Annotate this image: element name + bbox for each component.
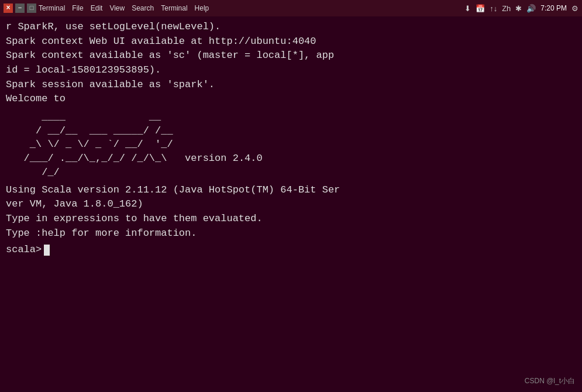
- maximize-button[interactable]: □: [27, 4, 36, 13]
- menu-terminal2[interactable]: Terminal: [161, 4, 187, 12]
- titlebar-right: ⬇ 📅 ↑↓ Zh ✱ 🔊 7:20 PM ⚙: [464, 4, 578, 13]
- menu-bar: Terminal File Edit View Search Terminal …: [39, 4, 209, 12]
- terminal-window[interactable]: r SparkR, use setLogLevel(newLevel). Spa…: [0, 16, 582, 392]
- terminal-line-6: Welcome to: [6, 92, 576, 106]
- bluetooth-icon: ✱: [515, 4, 522, 13]
- menu-help[interactable]: Help: [195, 4, 209, 12]
- calendar-icon: 📅: [476, 4, 485, 13]
- settings-icon[interactable]: ⚙: [571, 4, 578, 13]
- terminal-line-8: Using Scala version 2.11.12 (Java HotSpo…: [6, 183, 576, 198]
- titlebar-left: × − □ Terminal File Edit View Search Ter…: [4, 4, 209, 13]
- terminal-line-3: Spark context available as 'sc' (master …: [6, 49, 576, 63]
- menu-edit[interactable]: Edit: [91, 4, 103, 12]
- prompt-text: scala>: [6, 243, 42, 257]
- watermark: CSDN @l_t小白: [525, 376, 575, 386]
- spark-ascii-art: ____ __ / __/__ ___ _____/ /__ _\ \/ _ \…: [6, 110, 576, 180]
- terminal-line-4: id = local-1580123953895).: [6, 63, 576, 78]
- menu-terminal[interactable]: Terminal: [39, 4, 65, 12]
- volume-icon: 🔊: [526, 4, 536, 13]
- transfer-icon: ↑↓: [490, 4, 497, 13]
- terminal-line-2: Spark context Web UI available at http:/…: [6, 35, 576, 49]
- titlebar: × − □ Terminal File Edit View Search Ter…: [0, 0, 582, 16]
- download-icon: ⬇: [464, 4, 471, 13]
- menu-view[interactable]: View: [109, 4, 125, 12]
- zh-icon: Zh: [502, 4, 511, 13]
- terminal-line-9: ver VM, Java 1.8.0_162): [6, 197, 576, 212]
- terminal-line-10: Type in expressions to have them evaluat…: [6, 212, 576, 226]
- prompt-line[interactable]: scala>: [6, 243, 576, 257]
- terminal-line-1: r SparkR, use setLogLevel(newLevel).: [6, 20, 576, 35]
- terminal-line-11: Type :help for more information.: [6, 226, 576, 241]
- minimize-button[interactable]: −: [15, 4, 25, 13]
- clock: 7:20 PM: [540, 4, 567, 12]
- terminal-line-5: Spark session available as 'spark'.: [6, 78, 576, 92]
- cursor: [44, 245, 50, 256]
- close-button[interactable]: ×: [4, 4, 13, 13]
- menu-file[interactable]: File: [72, 4, 83, 12]
- menu-search[interactable]: Search: [132, 4, 154, 12]
- version-text: version 2.4.0: [185, 153, 263, 164]
